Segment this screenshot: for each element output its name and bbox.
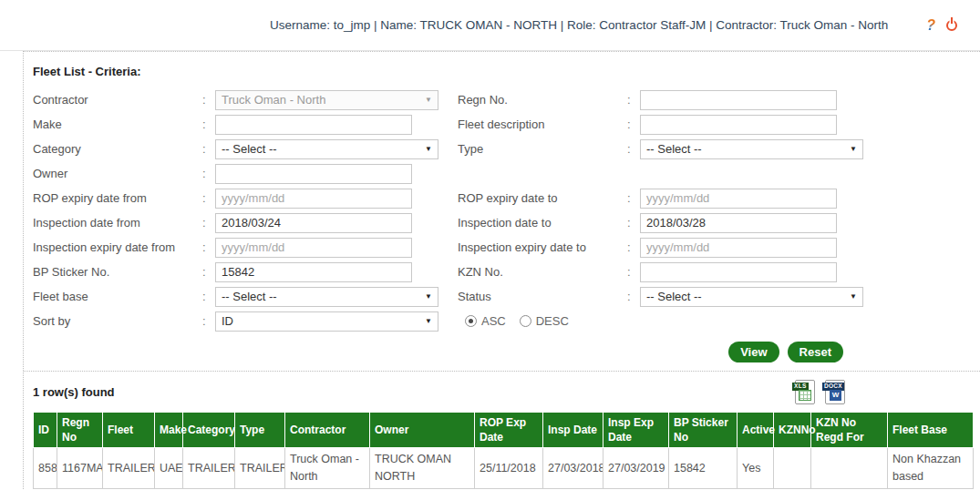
cell-contractor: Truck Oman - North [285, 448, 370, 489]
export-icons: XLS DOCX W [785, 380, 845, 404]
cell-bp-sticker-no: 15842 [669, 448, 738, 489]
cell-insp-date: 27/03/2018 [543, 448, 603, 489]
contractor-label: Contractor [33, 93, 202, 107]
colon: : [202, 265, 215, 279]
cell-category: TRAILER [183, 448, 235, 489]
owner-input[interactable] [215, 164, 412, 184]
table-header-row: ID Regn No Fleet Make Category Type Cont… [34, 413, 974, 448]
cell-owner: TRUCK OMAN NORTH [370, 448, 475, 489]
results-count: 1 row(s) found [33, 380, 115, 399]
category-label: Category [33, 142, 202, 156]
colon: : [627, 117, 640, 131]
topbar-icons: ? [926, 18, 957, 33]
user-session-info: Username: to_jmp | Name: TRUCK OMAN - NO… [270, 18, 888, 32]
make-label: Make [33, 117, 202, 131]
cell-insp-exp-date: 27/03/2019 [603, 448, 669, 489]
inspection-date-from-input[interactable] [215, 213, 412, 233]
regn-no-input[interactable] [640, 90, 837, 110]
cell-rop-exp-date: 25/11/2018 [475, 448, 543, 489]
cell-active: Yes [738, 448, 774, 489]
fleet-description-input[interactable] [640, 115, 837, 135]
page-title: Fleet List - Criteria: [33, 65, 980, 78]
criteria-form: Contractor : Truck Oman - North ▼ Regn N… [33, 87, 980, 333]
reset-button[interactable]: Reset [788, 342, 843, 362]
fleet-base-select[interactable]: -- Select -- ▼ [215, 287, 438, 307]
colon: : [202, 240, 215, 254]
column-header-contractor: Contractor [285, 413, 370, 448]
colon: : [627, 290, 640, 303]
column-header-fleet-base: Fleet Base [888, 413, 974, 448]
action-buttons: View Reset [33, 342, 843, 362]
inspection-expiry-from-input[interactable] [215, 238, 412, 258]
cell-kzn-no-regd-for [811, 448, 888, 489]
colon: : [627, 216, 640, 230]
sort-by-select[interactable]: ID ▼ [215, 311, 438, 332]
colon: : [202, 93, 215, 107]
column-header-insp-date: Insp Date [543, 413, 603, 448]
column-header-kznno: KZNNo [774, 413, 811, 448]
category-select-value: -- Select -- [222, 142, 277, 156]
word-glyph-icon: W [830, 390, 841, 401]
rop-expiry-from-input[interactable] [215, 189, 412, 209]
desc-radio-label: DESC [536, 314, 569, 328]
cell-fleet-base: Non Khazzan based [888, 448, 974, 489]
colon: : [202, 216, 215, 230]
asc-radio-label: ASC [481, 314, 506, 328]
kzn-no-label: KZN No. [458, 265, 627, 279]
rop-expiry-to-label: ROP expiry date to [458, 191, 627, 205]
results-bar: 1 row(s) found XLS DOCX W [33, 380, 980, 404]
export-docx-icon[interactable]: DOCX W [825, 380, 845, 404]
column-header-bp-sticker-no: BP Sticker No [669, 413, 738, 448]
chevron-down-icon: ▼ [850, 292, 857, 301]
contractor-select[interactable]: Truck Oman - North ▼ [215, 90, 438, 110]
column-header-make: Make [155, 413, 183, 448]
bp-sticker-no-input[interactable] [215, 262, 412, 282]
cell-fleet: TRAILER [103, 448, 155, 489]
rop-expiry-from-label: ROP expiry date from [33, 191, 202, 205]
colon: : [202, 142, 215, 156]
cell-id: 8586 [34, 448, 57, 489]
colon: : [202, 117, 215, 131]
top-header-bar: Username: to_jmp | Name: TRUCK OMAN - NO… [0, 0, 980, 51]
kzn-no-input[interactable] [640, 262, 837, 282]
type-select[interactable]: -- Select -- ▼ [640, 139, 863, 159]
colon: : [627, 93, 640, 107]
category-select[interactable]: -- Select -- ▼ [215, 139, 438, 159]
export-xls-icon[interactable]: XLS [795, 380, 815, 404]
chevron-down-icon: ▼ [425, 317, 432, 325]
table-row: 8586 1167MA TRAILER UAE TRAILER TRAILER … [34, 448, 974, 489]
type-label: Type [458, 142, 627, 156]
spreadsheet-glyph-icon [799, 390, 811, 401]
cell-regn-no: 1167MA [57, 448, 103, 489]
inspection-expiry-from-label: Inspection expiry date from [33, 240, 202, 254]
logout-power-icon[interactable] [946, 20, 957, 31]
view-button[interactable]: View [728, 342, 779, 362]
column-header-regn-no: Regn No [57, 413, 103, 448]
colon: : [202, 290, 215, 303]
sort-by-label: Sort by [33, 314, 202, 328]
chevron-down-icon: ▼ [850, 145, 857, 153]
inspection-expiry-to-label: Inspection expiry date to [458, 240, 627, 254]
rop-expiry-to-input[interactable] [640, 189, 837, 209]
colon: : [627, 240, 640, 254]
chevron-down-icon: ▼ [425, 145, 432, 153]
status-select-value: -- Select -- [646, 290, 702, 303]
asc-radio[interactable] [465, 315, 477, 327]
inspection-date-to-label: Inspection date to [458, 216, 627, 230]
desc-radio[interactable] [520, 315, 531, 327]
owner-label: Owner [33, 167, 202, 180]
inspection-date-to-input[interactable] [640, 213, 837, 233]
chevron-down-icon: ▼ [425, 292, 432, 301]
status-label: Status [458, 290, 627, 303]
status-select[interactable]: -- Select -- ▼ [640, 287, 863, 307]
colon: : [627, 265, 640, 279]
help-icon[interactable]: ? [926, 18, 935, 33]
inspection-expiry-to-input[interactable] [640, 238, 837, 258]
colon: : [627, 142, 640, 156]
make-input[interactable] [215, 115, 412, 135]
section-divider [24, 371, 980, 372]
results-table: ID Regn No Fleet Make Category Type Cont… [33, 412, 974, 489]
column-header-fleet: Fleet [103, 413, 155, 448]
cell-type: TRAILER [235, 448, 285, 489]
chevron-down-icon: ▼ [425, 96, 432, 104]
